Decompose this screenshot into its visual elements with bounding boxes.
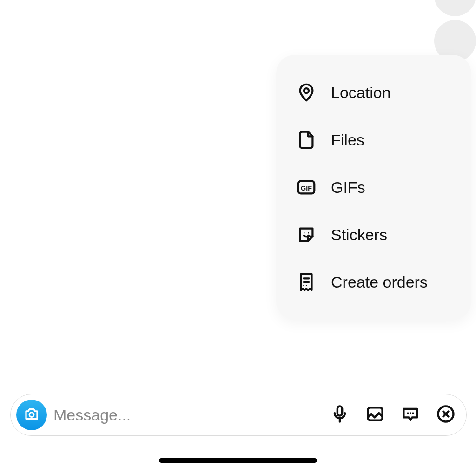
gif-icon: GIF xyxy=(295,176,318,199)
menu-item-stickers[interactable]: Stickers xyxy=(289,211,458,258)
svg-point-13 xyxy=(407,412,409,414)
sticker-icon xyxy=(295,223,318,246)
microphone-icon xyxy=(330,404,350,426)
svg-point-4 xyxy=(308,232,309,234)
svg-rect-10 xyxy=(337,407,342,416)
image-button[interactable] xyxy=(364,404,386,426)
menu-item-label: Stickers xyxy=(331,226,387,244)
menu-item-create-orders[interactable]: Create orders xyxy=(289,258,458,306)
home-indicator[interactable] xyxy=(159,458,317,463)
svg-point-8 xyxy=(306,285,307,286)
speech-bubble-icon xyxy=(400,404,421,426)
svg-text:GIF: GIF xyxy=(301,184,312,192)
menu-item-location[interactable]: Location xyxy=(289,69,458,116)
svg-point-9 xyxy=(29,413,34,417)
svg-point-7 xyxy=(303,285,304,286)
svg-point-0 xyxy=(304,88,309,93)
composer-actions xyxy=(329,404,461,426)
menu-item-gifs[interactable]: GIF GIFs xyxy=(289,164,458,211)
voice-button[interactable] xyxy=(329,404,351,426)
menu-item-label: Location xyxy=(331,84,391,102)
close-icon xyxy=(436,404,456,426)
menu-item-label: Files xyxy=(331,131,364,149)
close-button[interactable] xyxy=(435,404,457,426)
more-button[interactable] xyxy=(399,404,422,426)
location-pin-icon xyxy=(295,81,318,104)
file-icon xyxy=(295,128,318,151)
svg-point-3 xyxy=(304,232,305,234)
image-icon xyxy=(365,404,385,426)
menu-item-files[interactable]: Files xyxy=(289,116,458,164)
camera-button[interactable] xyxy=(16,400,47,430)
receipt-icon xyxy=(295,270,318,294)
message-input[interactable] xyxy=(53,394,322,435)
attachment-menu: Location Files GIF GIFs Stickers Create … xyxy=(276,55,471,320)
menu-item-label: GIFs xyxy=(331,178,365,197)
svg-point-15 xyxy=(412,412,414,414)
camera-icon xyxy=(23,406,40,424)
message-composer xyxy=(10,394,467,436)
menu-item-label: Create orders xyxy=(331,273,428,291)
avatar xyxy=(434,0,476,16)
avatar-stack xyxy=(434,0,476,62)
svg-point-14 xyxy=(410,412,411,414)
